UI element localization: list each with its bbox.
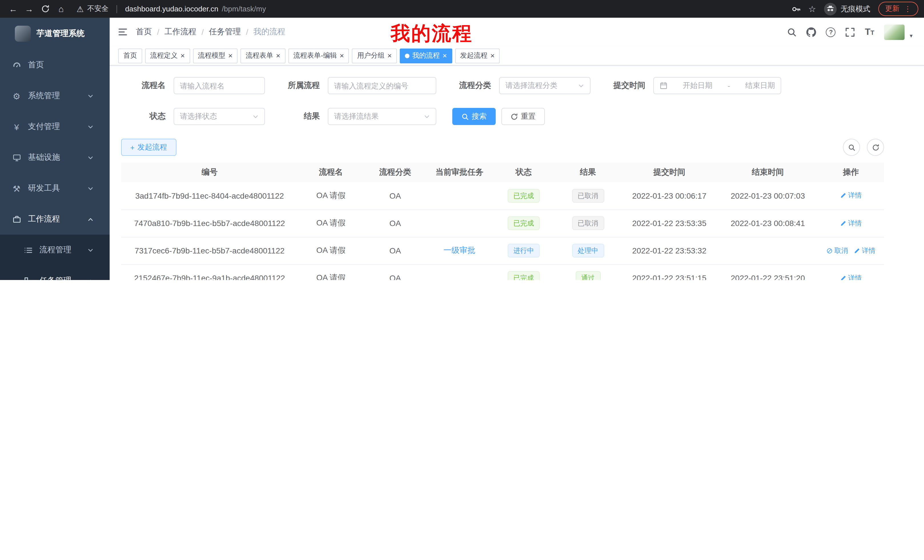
forward-button[interactable]: → [22,1,36,16]
result-select[interactable]: 请选择流结果 [328,108,436,125]
process-definition-input[interactable] [328,77,436,94]
status-tag: 已完成 [508,216,540,230]
action-detail-link[interactable]: 详情 [840,219,862,228]
sidebar-item-label: 系统管理 [28,91,85,101]
tab-close-icon[interactable]: × [180,52,185,59]
action-label: 详情 [848,191,862,201]
tab-process-model[interactable]: 流程模型× [193,48,238,63]
cell-status: 已完成 [492,264,555,280]
update-label: 更新 [885,4,900,14]
sidebar-item-task-manage[interactable]: 任务管理 [0,265,110,280]
avatar[interactable] [884,24,904,40]
cell-status: 已完成 [492,210,555,237]
breadcrumb-separator: / [202,27,204,36]
tab-close-icon[interactable]: × [340,52,344,59]
current-task-link[interactable]: 一级审批 [444,246,476,255]
tab-my-process[interactable]: 我的流程× [400,48,452,63]
date-end-placeholder: 结束日期 [745,81,775,91]
breadcrumb-item[interactable]: 首页 [136,27,152,37]
cell-status: 进行中 [492,237,555,264]
sidebar-item-workflow[interactable]: 工作流程 [0,204,110,235]
reload-button[interactable] [38,1,52,16]
annotation-overlay-title: 我的流程 [391,22,473,44]
sidebar-item-system[interactable]: ⚙系统管理 [0,81,110,111]
refresh-table-button[interactable] [867,139,884,156]
process-name-input[interactable] [174,77,265,94]
sidebar-item-devtools[interactable]: ⚒研发工具 [0,173,110,204]
tabs-bar: 首页流程定义×流程模型×流程表单×流程表单-编辑×用户分组×我的流程×发起流程× [110,46,924,66]
browser-actions: ☆ 无痕模式 更新 ⋮ [791,2,918,16]
submit-time-range-picker[interactable]: 开始日期 - 结束日期 [653,77,781,94]
fullscreen-icon[interactable] [846,27,855,37]
help-icon[interactable]: ? [826,27,836,37]
avatar-caret-icon[interactable]: ▾ [910,32,913,39]
select-placeholder: 请选择状态 [180,111,217,121]
devtools-icon: ⚒ [11,184,22,193]
action-cancel-link[interactable]: 取消 [826,246,848,256]
yen-icon: ¥ [11,123,22,131]
font-size-icon[interactable]: TT [865,27,874,37]
table-wrap: 编号流程名流程分类当前审批任务状态结果提交时间结束时间操作 3ad174fb-7… [121,163,884,280]
chevron-down-icon [85,185,95,192]
action-detail-link[interactable]: 详情 [854,246,876,256]
tab-close-icon[interactable]: × [228,52,232,59]
password-key-icon[interactable] [791,4,800,13]
cell-submit-time: 2022-01-23 00:06:17 [621,182,718,210]
tab-close-icon[interactable]: × [276,52,280,59]
search-button[interactable]: 搜索 [452,108,496,125]
table-row: 2152467e-7b9b-11ec-9a1b-acde48001122OA 请… [121,264,884,280]
chevron-down-icon [85,124,95,130]
search-icon[interactable] [787,27,797,37]
select-placeholder: 请选择流结果 [334,111,379,121]
address-bar[interactable]: ⚠不安全 dashboard.yudao.iocoder.cn/bpm/task… [76,4,790,14]
browser-chrome: ← → ⌂ ⚠不安全 dashboard.yudao.iocoder.cn/bp… [0,0,924,18]
cell-process-name: OA 请假 [298,182,364,210]
home-button[interactable]: ⌂ [54,1,69,16]
tab-home[interactable]: 首页 [118,48,142,63]
tab-close-icon[interactable]: × [387,52,392,59]
collapse-sidebar-icon[interactable] [118,27,128,37]
bookmark-star-icon[interactable]: ☆ [808,4,816,14]
start-process-button[interactable]: + 发起流程 [121,139,176,156]
app-header: 首页 / 工作流程 / 任务管理 / 我的流程 我的流程 ? TT ▾ [110,18,924,46]
sidebar-item-payment[interactable]: ¥支付管理 [0,111,110,142]
cell-process-category: OA [364,210,427,237]
tab-start-process[interactable]: 发起流程× [455,48,500,63]
back-button[interactable]: ← [6,1,21,16]
tab-process-form-edit[interactable]: 流程表单-编辑× [288,48,349,63]
url-separator [117,5,117,13]
cell-current-task: 一级审批 [427,237,492,264]
sidebar-item-process-manage[interactable]: 流程管理 [0,235,110,265]
sidebar-item-label: 支付管理 [28,121,85,132]
tab-close-icon[interactable]: × [442,52,447,59]
status-select[interactable]: 请选择状态 [174,108,265,125]
action-detail-link[interactable]: 详情 [840,191,862,201]
gear-icon: ⚙ [11,91,22,100]
app-logo[interactable]: 芋道管理系统 [0,18,110,49]
app-title: 芋道管理系统 [36,28,84,39]
breadcrumb-item[interactable]: 任务管理 [209,27,241,37]
github-icon[interactable] [807,27,816,37]
status-tag: 进行中 [508,244,540,258]
tab-user-group[interactable]: 用户分组× [352,48,397,63]
incognito-badge: 无痕模式 [824,3,870,15]
sidebar-item-infrastructure[interactable]: 基础设施 [0,142,110,173]
sidebar-item-home[interactable]: 首页 [0,49,110,81]
pencil-icon [840,275,846,280]
breadcrumb-item[interactable]: 工作流程 [165,27,196,37]
sidebar-item-label: 研发工具 [28,183,85,193]
tab-process-definition[interactable]: 流程定义× [145,48,190,63]
reset-button[interactable]: 重置 [501,108,545,125]
start-process-label: 发起流程 [137,142,167,153]
action-detail-link[interactable]: 详情 [840,273,862,280]
action-label: 详情 [848,273,862,280]
show-search-button[interactable] [843,139,860,156]
table-body: 3ad174fb-7b9d-11ec-8404-acde48001122OA 请… [121,182,884,280]
browser-menu-icon[interactable]: ⋮ [904,4,911,13]
browser-update-button[interactable]: 更新 ⋮ [878,2,918,16]
chevron-down-icon [424,113,430,120]
tab-close-icon[interactable]: × [490,52,495,59]
process-category-select[interactable]: 请选择流程分类 [499,77,591,94]
tab-process-form[interactable]: 流程表单× [240,48,285,63]
tab-label: 首页 [123,51,137,60]
